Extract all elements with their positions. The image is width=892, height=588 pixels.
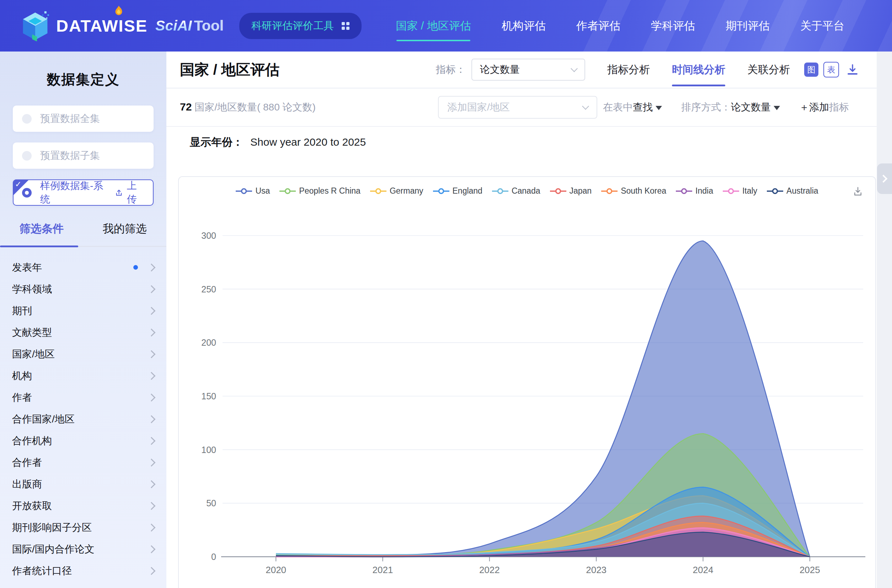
analysis-tab[interactable]: 时间线分析 (672, 63, 725, 77)
top-navbar: DATAWISE SciAITool 科研评估评价工具 国家 / 地区评估机构评… (0, 0, 892, 51)
filter-label: 国际/国内合作论文 (12, 543, 95, 556)
flame-icon (114, 5, 123, 17)
brand-sub-tool: Tool (194, 17, 224, 34)
dataset-option[interactable]: ✓样例数据集-系统上传 (13, 179, 153, 206)
legend-item[interactable]: South Korea (601, 186, 666, 196)
download-button[interactable] (846, 63, 859, 76)
filter-item[interactable]: 开放获取 (0, 495, 166, 517)
add-country-select[interactable]: 添加国家/地区 (438, 96, 597, 118)
radio-icon[interactable] (22, 151, 32, 160)
analysis-tab[interactable]: 指标分析 (607, 63, 650, 77)
expand-panel-handle[interactable] (877, 164, 892, 194)
caret-down-icon (774, 106, 780, 110)
nav-item[interactable]: 作者评估 (576, 18, 620, 33)
filter-list: 发表年学科领域期刊文献类型国家/地区机构作者合作国家/地区合作机构合作者出版商开… (0, 256, 166, 582)
filter-item[interactable]: 发表年 (0, 256, 166, 278)
tool-pill-button[interactable]: 科研评估评价工具 (239, 13, 361, 39)
chevron-right-icon (147, 415, 156, 423)
legend-label: Italy (742, 186, 757, 196)
nav-item[interactable]: 关于平台 (800, 18, 844, 33)
x-axis-tick-label: 2025 (800, 564, 820, 575)
cube-logo-icon (20, 10, 51, 41)
legend-item[interactable]: Australia (767, 186, 818, 196)
chart-card: UsaPeoples R ChinaGermanyEnglandCanadaJa… (178, 176, 876, 588)
dataset-title: 数据集定义 (0, 70, 166, 89)
dataset-option[interactable]: 预置数据全集 (13, 105, 153, 132)
filter-item[interactable]: 机构 (0, 365, 166, 387)
add-metric-button[interactable]: ＋添加指标 (799, 100, 849, 114)
legend-marker-icon (370, 188, 387, 194)
metric-select[interactable]: 论文数量 (471, 58, 585, 81)
chart-legend: UsaPeoples R ChinaGermanyEnglandCanadaJa… (179, 186, 875, 196)
chevron-right-icon (147, 458, 156, 466)
table-view-button[interactable]: 表 (823, 62, 839, 78)
filter-item[interactable]: 学科领域 (0, 278, 166, 300)
right-strip (877, 51, 892, 588)
filter-label: 合作机构 (12, 434, 52, 448)
filter-item[interactable]: 期刊影响因子分区 (0, 517, 166, 538)
filter-tabs-underline (0, 246, 166, 247)
legend-item[interactable]: Germany (370, 186, 423, 196)
legend-marker-icon (676, 188, 692, 194)
active-filter-dot (133, 265, 138, 270)
radio-icon[interactable] (22, 114, 32, 124)
filter-item[interactable]: 文献类型 (0, 321, 166, 343)
analysis-tab[interactable]: 关联分析 (747, 63, 790, 77)
country-count: 72 国家/地区数量( 880 论文数) (180, 100, 316, 114)
legend-item[interactable]: Peoples R China (280, 186, 361, 196)
sort-by-button[interactable]: 排序方式：论文数量 (681, 100, 780, 114)
y-axis-tick-label: 300 (201, 231, 216, 240)
filter-label: 作者 (12, 391, 32, 404)
filter-item[interactable]: 合作者 (0, 452, 166, 473)
upload-link[interactable]: 上传 (115, 179, 144, 206)
filter-item[interactable]: 出版商 (0, 473, 166, 495)
metric-label: 指标： (436, 63, 466, 76)
legend-label: Australia (787, 186, 818, 196)
dataset-option[interactable]: 预置数据子集 (13, 142, 153, 169)
chevron-right-icon (147, 480, 156, 488)
sidebar-tab[interactable]: 我的筛选 (83, 221, 166, 246)
chart-download-button[interactable] (853, 186, 863, 198)
filter-item[interactable]: 期刊 (0, 300, 166, 321)
filter-label: 开放获取 (12, 499, 52, 513)
legend-item[interactable]: Canada (492, 186, 540, 196)
nav-item[interactable]: 机构评估 (502, 18, 546, 33)
legend-label: England (453, 186, 483, 196)
filter-label: 文献类型 (12, 326, 52, 339)
filter-item[interactable]: 合作机构 (0, 430, 166, 452)
filter-item[interactable]: 作者统计口径 (0, 560, 166, 582)
filter-item[interactable]: 合作国家/地区 (0, 408, 166, 430)
legend-item[interactable]: Japan (550, 186, 592, 196)
chart-download-icon (853, 186, 863, 197)
find-in-table-button[interactable]: 在表中查找 (603, 100, 662, 114)
legend-label: Japan (570, 186, 592, 196)
legend-marker-icon (433, 188, 450, 194)
nav-item[interactable]: 学科评估 (651, 18, 695, 33)
nav-item[interactable]: 国家 / 地区评估 (396, 18, 471, 33)
legend-marker-icon (767, 188, 783, 194)
filter-tabs: 筛选条件我的筛选 (0, 221, 166, 246)
y-axis-tick-label: 50 (206, 498, 216, 508)
sidebar-tab[interactable]: 筛选条件 (0, 221, 83, 246)
brand-subtitle: SciAITool (155, 17, 224, 34)
chart-view-button[interactable]: 图 (804, 63, 818, 77)
filter-item[interactable]: 国家/地区 (0, 343, 166, 365)
filter-item[interactable]: 国际/国内合作论文 (0, 538, 166, 560)
legend-item[interactable]: Italy (723, 186, 757, 196)
upload-label: 上传 (126, 179, 144, 206)
legend-label: Germany (390, 186, 423, 196)
radio-icon[interactable] (22, 188, 32, 198)
chevron-right-icon (147, 545, 156, 553)
logo[interactable]: DATAWISE SciAITool (20, 10, 224, 41)
nav-item[interactable]: 期刊评估 (726, 18, 770, 33)
year-range-label: 显示年份： (190, 135, 243, 150)
timeline-area-chart[interactable]: 0501001502002503002020202120222023202420… (179, 177, 875, 588)
legend-item[interactable]: England (433, 186, 483, 196)
nav-menu: 国家 / 地区评估机构评估作者评估学科评估期刊评估关于平台 (396, 18, 844, 33)
filter-item[interactable]: 作者 (0, 387, 166, 408)
sub-header: 72 国家/地区数量( 880 论文数) 添加国家/地区 在表中查找 排序方式：… (166, 88, 877, 127)
x-axis-tick-label: 2020 (266, 564, 286, 575)
legend-item[interactable]: India (676, 186, 713, 196)
legend-item[interactable]: Usa (236, 186, 270, 196)
x-axis-tick-label: 2022 (479, 564, 500, 575)
